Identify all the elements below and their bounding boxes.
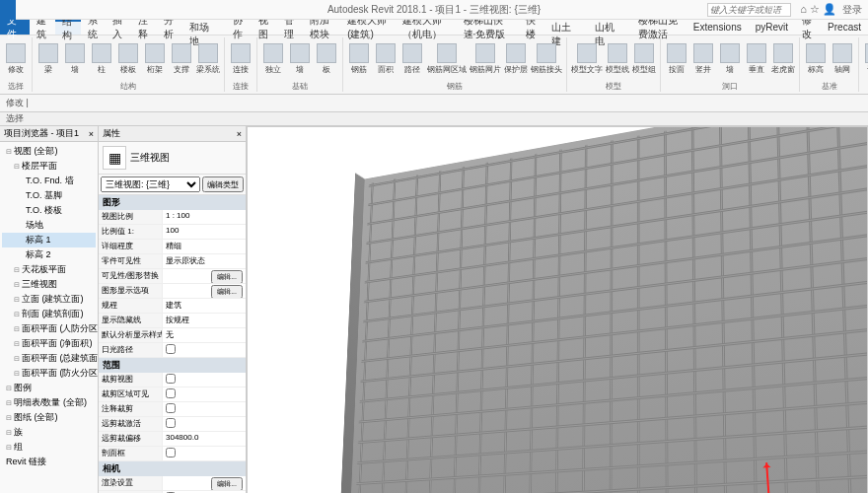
ribbon-button[interactable]: 墙 [718, 43, 742, 75]
prop-row[interactable]: 规程建筑 [99, 299, 246, 314]
prop-row[interactable]: 裁剪视图 [99, 373, 246, 387]
login-link[interactable]: 登录 [842, 3, 862, 17]
tree-node[interactable]: 视图 (全部) [2, 144, 96, 159]
close-icon[interactable]: × [89, 129, 94, 139]
tree-node[interactable]: 楼层平面 [2, 159, 96, 174]
ribbon-button[interactable]: 垂直 [745, 43, 768, 75]
tree-node[interactable]: 族 [2, 425, 96, 440]
menu-tab[interactable]: 楼梯山土建 [544, 20, 588, 35]
menu-tab[interactable]: Precast [821, 20, 868, 35]
menu-tab[interactable]: 楼梯山快速·免费版 [457, 20, 520, 35]
prop-row[interactable]: 裁剪区域可见 [99, 387, 246, 402]
prop-row[interactable]: 剖面框 [99, 447, 246, 461]
prop-row[interactable]: 日光路径 [99, 343, 246, 358]
prop-row[interactable]: 零件可见性显示原状态 [99, 254, 246, 269]
menu-tab[interactable]: 结构 [55, 20, 81, 35]
edit-type-button[interactable]: 编辑类型 [202, 176, 244, 192]
tree-node[interactable]: T.O. 楼板 [2, 203, 96, 218]
menu-tab[interactable]: Extensions [687, 20, 749, 35]
menu-tab[interactable]: 建模大师 (建筑) [340, 20, 396, 35]
tree-node[interactable]: 剖面 (建筑剖面) [2, 307, 96, 321]
close-icon[interactable]: × [237, 129, 242, 139]
prop-row[interactable]: 图形显示选项编辑... [99, 284, 246, 299]
tree-node[interactable]: 组 [2, 440, 96, 455]
ribbon-button[interactable]: 连接 [229, 43, 253, 75]
tree-node[interactable]: 天花板平面 [2, 262, 96, 277]
prop-row[interactable]: 远剪裁偏移304800.0 [99, 432, 246, 447]
ribbon-button[interactable]: 板 [315, 43, 338, 75]
tree-node[interactable]: 三维视图 [2, 277, 96, 292]
menu-tab[interactable]: 管理 [277, 20, 303, 35]
app-button[interactable] [0, 0, 16, 20]
menu-tab[interactable]: 视图 [252, 20, 277, 35]
tree-node[interactable]: 面积平面 (防火分区面积) [2, 366, 96, 381]
ribbon-button[interactable]: 模型线 [606, 43, 629, 75]
tree-node[interactable]: 标高 2 [2, 247, 96, 262]
prop-row[interactable]: 详细程度精细 [99, 240, 246, 254]
ribbon-button[interactable]: 梁系统 [196, 43, 220, 75]
ribbon-button[interactable]: 梁 [36, 43, 60, 75]
instance-selector[interactable]: 三维视图: {三维} [101, 176, 200, 192]
prop-group-header[interactable]: 相机 [99, 461, 246, 476]
ribbon-button[interactable]: 钢筋网片 [470, 43, 501, 75]
ribbon-button[interactable]: 独立 [261, 43, 285, 75]
ribbon-button[interactable]: 钢筋 [347, 43, 371, 75]
menu-tab[interactable]: 建模大师（机电） [396, 20, 457, 35]
tree-node[interactable]: 明细表/数量 (全部) [2, 395, 96, 410]
ribbon-button[interactable]: 路径 [400, 43, 424, 75]
prop-row[interactable]: 可见性/图形替换编辑... [99, 269, 246, 284]
prop-row[interactable]: 显示隐藏线按规程 [99, 314, 246, 328]
tree-node[interactable]: 面积平面 (人防分区面积) [2, 321, 96, 336]
menu-tab[interactable]: 建筑 [30, 20, 55, 35]
ribbon-button[interactable]: 钢筋网区域 [427, 43, 467, 75]
ribbon-button[interactable]: 设置 [863, 43, 868, 75]
tree-node[interactable]: 图纸 (全部) [2, 410, 96, 425]
tree-node[interactable]: 标高 1 [2, 233, 96, 247]
prop-row[interactable]: 默认分析显示样式无 [99, 328, 246, 343]
browser-tree[interactable]: 视图 (全部)楼层平面T.O. Fnd. 墙T.O. 基脚T.O. 楼板场地标高… [0, 142, 98, 493]
ribbon-button[interactable]: 按面 [665, 43, 688, 75]
tree-node[interactable]: 立面 (建筑立面) [2, 292, 96, 307]
search-input[interactable] [707, 3, 791, 17]
menu-tab[interactable]: 快楼 [519, 20, 544, 35]
menu-tab[interactable]: 附加模块 [303, 20, 340, 35]
ribbon-button[interactable]: 墙 [63, 43, 87, 75]
ribbon-button[interactable]: 修改 [4, 43, 28, 75]
ribbon-button[interactable]: 钢筋接头 [531, 43, 562, 75]
prop-row[interactable]: 视图比例1 : 100 [99, 210, 246, 225]
ribbon-button[interactable]: 竖井 [691, 43, 715, 75]
ribbon-button[interactable]: 桁架 [143, 43, 167, 75]
prop-group-header[interactable]: 图形 [99, 195, 246, 210]
tree-node[interactable]: T.O. Fnd. 墙 [2, 174, 96, 188]
ribbon-button[interactable]: 墙 [288, 43, 312, 75]
menu-tab[interactable]: 楼梯山机电 [588, 20, 631, 35]
menu-tab[interactable]: pyRevit [749, 20, 795, 35]
menu-tab[interactable]: 协作 [226, 20, 252, 35]
prop-row[interactable]: 渲染设置编辑... [99, 476, 246, 491]
ribbon-button[interactable]: 模型组 [632, 43, 656, 75]
prop-row[interactable]: 远剪裁激活 [99, 417, 246, 432]
menu-tab[interactable]: 体量和场地 [182, 20, 226, 35]
file-tab[interactable]: 文件 [0, 20, 30, 35]
ribbon-button[interactable]: 老虎窗 [771, 43, 795, 75]
ribbon-button[interactable]: 保护层 [504, 43, 528, 75]
ribbon-button[interactable]: 支撑 [170, 43, 193, 75]
ribbon-button[interactable]: 楼板 [116, 43, 140, 75]
menu-tab[interactable]: 插入 [106, 20, 131, 35]
ribbon-button[interactable]: 轴网 [831, 43, 854, 75]
tree-node[interactable]: 图例 [2, 381, 96, 395]
prop-row[interactable]: 比例值 1:100 [99, 225, 246, 240]
ribbon-button[interactable]: 柱 [90, 43, 113, 75]
ribbon-button[interactable]: 面积 [374, 43, 398, 75]
prop-group-header[interactable]: 范围 [99, 358, 246, 373]
menu-tab[interactable]: 修改 [795, 20, 821, 35]
ribbon-button[interactable]: 标高 [804, 43, 828, 75]
tree-node[interactable]: T.O. 基脚 [2, 188, 96, 203]
menu-tab[interactable]: 注释 [131, 20, 157, 35]
ribbon-button[interactable]: 模型文字 [571, 43, 603, 75]
menu-tab[interactable]: 系统 [81, 20, 107, 35]
prop-row[interactable]: 注释裁剪 [99, 402, 246, 417]
3d-viewport[interactable] [247, 126, 868, 493]
tree-node[interactable]: 面积平面 (净面积) [2, 336, 96, 351]
tree-node[interactable]: Revit 链接 [2, 455, 96, 469]
